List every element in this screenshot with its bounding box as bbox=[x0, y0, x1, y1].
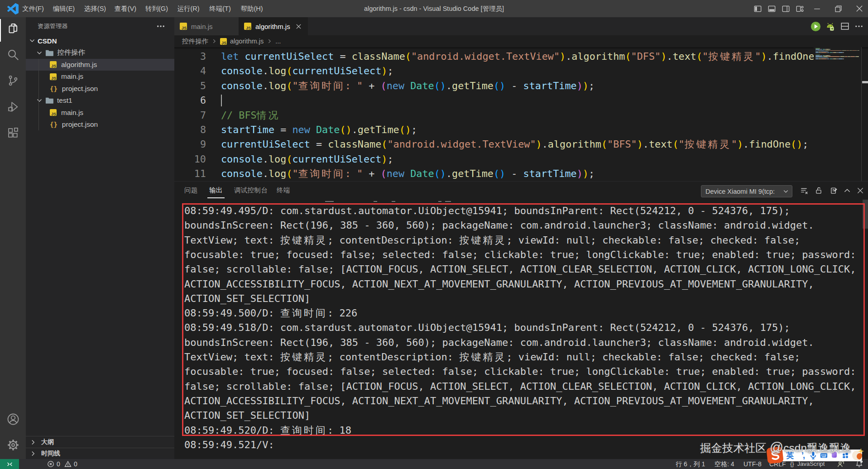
overview-ruler-border bbox=[861, 47, 862, 181]
code-text: // BFS情况 bbox=[221, 108, 280, 123]
output-line: ACTION_ACCESSIBILITY_FOCUS, ACTION_NEXT_… bbox=[184, 277, 814, 292]
unlock-icon[interactable] bbox=[814, 186, 823, 195]
sidebar-section-outline[interactable]: 大纲 bbox=[26, 436, 174, 448]
tree-item-x[interactable]: 控件操作 bbox=[26, 47, 174, 58]
activitybar-search[interactable] bbox=[0, 42, 26, 68]
js-file-icon: JS bbox=[220, 38, 227, 45]
panel-header: 问题输出调试控制台终端 Device Xiaomi MI 9(tcp: bbox=[174, 182, 868, 199]
overview-ruler-cursor-mark bbox=[862, 81, 868, 83]
minimap[interactable] bbox=[814, 47, 862, 198]
panel-tab-problems[interactable]: 问题 bbox=[184, 182, 198, 199]
clipped-output-line-fragment bbox=[445, 201, 451, 202]
breadcrumb-item[interactable]: ... bbox=[275, 38, 281, 45]
panel-tab-output[interactable]: 输出 bbox=[209, 182, 223, 199]
breadcrumb-item[interactable]: algorithm.js bbox=[230, 38, 264, 45]
editor-actions bbox=[810, 17, 868, 35]
code-text: console.log(currentUiSelect); bbox=[221, 152, 393, 167]
tree-item-CSDN[interactable]: CSDN bbox=[26, 35, 174, 47]
tree-label: algorithm.js bbox=[61, 61, 97, 69]
activitybar-source-control[interactable] bbox=[0, 67, 26, 94]
output-console[interactable]: 08:59:49.495/D: com.stardust.automator.U… bbox=[174, 199, 868, 459]
close-tab-icon[interactable] bbox=[295, 22, 302, 30]
chevron-right-icon bbox=[266, 38, 273, 45]
code-line-9: 9currentUiSelect = className("android.wi… bbox=[174, 137, 814, 152]
activitybar-settings[interactable] bbox=[0, 432, 26, 458]
code-text: console.log(currentUiSelect); bbox=[221, 64, 393, 78]
minimize-icon[interactable] bbox=[809, 0, 825, 17]
activitybar-account[interactable] bbox=[0, 406, 26, 432]
close-window-icon[interactable] bbox=[852, 0, 867, 17]
tab-algorithm.js[interactable]: JSalgorithm.js bbox=[239, 17, 308, 35]
android-connect-button[interactable] bbox=[825, 21, 835, 32]
js-file-icon: JS bbox=[50, 109, 57, 116]
tree-item-main.js[interactable]: JSmain.js bbox=[26, 71, 174, 82]
output-line: ACTION_SET_SELECTION] bbox=[184, 408, 310, 423]
clipped-output-line-fragment bbox=[392, 201, 395, 202]
output-line: 08:59:49.518/D: com.stardust.automator.U… bbox=[184, 321, 790, 335]
output-line: ACTION_ACCESSIBILITY_FOCUS, ACTION_NEXT_… bbox=[184, 394, 814, 408]
activitybar-run-and-debug[interactable] bbox=[0, 94, 26, 120]
breadcrumb: 控件操作JSalgorithm.js... bbox=[174, 35, 868, 47]
tree-item-project.json[interactable]: {}project.json bbox=[26, 119, 174, 130]
cursor-position-status[interactable]: 行 6，列 1 bbox=[676, 459, 705, 469]
output-line: 08:59:49.521/V: bbox=[184, 438, 274, 452]
tab-main.js[interactable]: JSmain.js bbox=[174, 17, 239, 35]
code-line-10: 10console.log(currentUiSelect); bbox=[174, 152, 814, 167]
open-output-in-editor-icon[interactable] bbox=[830, 186, 839, 195]
activity-bar bbox=[0, 17, 26, 459]
customize-layout-icon[interactable] bbox=[792, 0, 807, 17]
activitybar-extensions[interactable] bbox=[0, 120, 26, 146]
tree-label: 控件操作 bbox=[57, 48, 85, 57]
output-channel-select[interactable]: Device Xiaomi MI 9(tcp: bbox=[701, 185, 792, 197]
restore-icon[interactable] bbox=[830, 0, 846, 17]
output-line: boundsInScreen: Rect(196, 385 - 360, 560… bbox=[184, 218, 814, 233]
run-and-debug-icon bbox=[7, 100, 19, 113]
output-line: 08:59:49.500/D: 查询时间: 226 bbox=[184, 306, 357, 321]
line-number: 10 bbox=[174, 152, 206, 167]
tree-item-main.js[interactable]: JSmain.js bbox=[26, 106, 174, 118]
language-label: JavaScript bbox=[797, 460, 825, 467]
code-editor[interactable]: 3let currentUiSelect = className("androi… bbox=[174, 47, 814, 181]
sidebar-header: 资源管理器 bbox=[26, 17, 174, 35]
output-line: focusable: true; focused: false; selecte… bbox=[184, 364, 856, 379]
extensions-icon bbox=[7, 127, 19, 139]
panel-tab-debug-console[interactable]: 调试控制台 bbox=[234, 182, 268, 199]
more-actions-icon[interactable] bbox=[854, 22, 863, 31]
settings-icon bbox=[6, 438, 20, 452]
more-actions-icon[interactable] bbox=[156, 22, 165, 31]
activitybar-explorer[interactable] bbox=[0, 15, 26, 42]
window-title: algorithm.js - csdn - Visual Studio Code… bbox=[0, 0, 868, 17]
line-number: 4 bbox=[174, 64, 206, 78]
tree-label: main.js bbox=[61, 109, 83, 117]
toggle-panel-icon[interactable] bbox=[764, 0, 779, 17]
tree-item-algorithm.js[interactable]: JSalgorithm.js bbox=[26, 59, 174, 71]
encoding-status[interactable]: UTF-8 bbox=[743, 459, 762, 469]
explorer-icon bbox=[6, 22, 20, 35]
clear-output-icon[interactable] bbox=[800, 186, 809, 195]
remote-indicator[interactable] bbox=[0, 459, 19, 469]
panel-tab-terminal[interactable]: 终端 bbox=[277, 182, 290, 199]
toggle-secondary-sidebar-icon[interactable] bbox=[778, 0, 793, 17]
breadcrumb-item[interactable]: 控件操作 bbox=[182, 37, 208, 46]
maximize-panel-icon[interactable] bbox=[843, 186, 852, 195]
tree-item-project.json[interactable]: {}project.json bbox=[26, 83, 174, 95]
chevron-down-icon bbox=[29, 37, 36, 44]
tree-label: test1 bbox=[57, 96, 72, 105]
js-file-icon: JS bbox=[50, 73, 57, 80]
toggle-sidebar-icon[interactable] bbox=[750, 0, 765, 17]
indentation-status[interactable]: 空格: 4 bbox=[715, 459, 734, 469]
problems-status[interactable]: 0 0 bbox=[47, 459, 83, 469]
braces-icon: {} bbox=[790, 460, 794, 467]
run-script-button[interactable] bbox=[810, 21, 821, 32]
tab-label: main.js bbox=[191, 23, 213, 30]
output-scrollbar-thumb[interactable] bbox=[863, 200, 868, 229]
close-panel-icon[interactable] bbox=[856, 186, 865, 195]
tree-label: CSDN bbox=[38, 37, 57, 45]
tree-item-test1[interactable]: test1 bbox=[26, 95, 174, 106]
chevron-right-icon bbox=[29, 439, 37, 446]
sidebar-section-timeline[interactable]: 时间线 bbox=[26, 448, 174, 459]
explorer-sidebar: 资源管理器 CSDN控件操作JSalgorithm.jsJSmain.js{}p… bbox=[26, 17, 174, 459]
warning-count: 0 bbox=[74, 459, 77, 469]
line-number: 6 bbox=[174, 93, 206, 108]
split-editor-button[interactable] bbox=[840, 22, 849, 31]
